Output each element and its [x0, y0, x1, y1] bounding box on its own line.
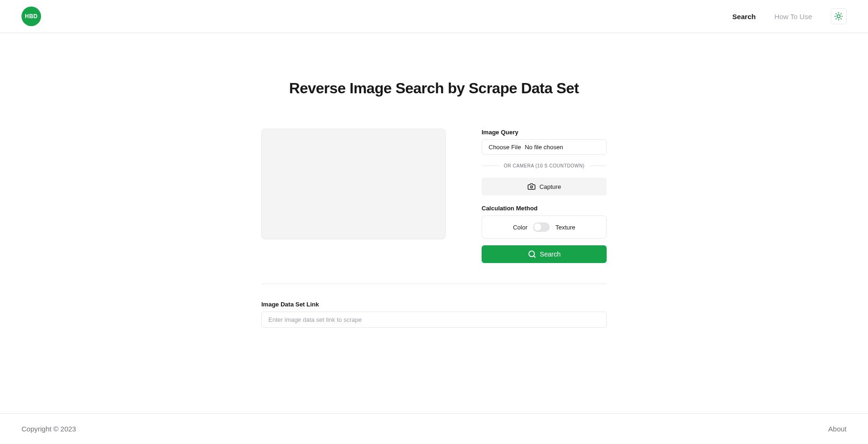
svg-point-1: [531, 186, 533, 188]
search-icon: [528, 250, 536, 258]
toggle-label-color: Color: [513, 224, 527, 231]
search-button-label: Search: [540, 250, 560, 258]
toggle-label-texture: Texture: [555, 224, 575, 231]
dataset-link-label: Image Data Set Link: [261, 301, 607, 308]
nav-how-to-use[interactable]: How To Use: [774, 13, 812, 21]
nav: Search How To Use: [732, 8, 847, 24]
divider-line: [482, 166, 499, 166]
capture-button[interactable]: Capture: [482, 178, 607, 195]
page-title: Reverse Image Search by Scrape Data Set: [261, 80, 607, 97]
main: Reverse Image Search by Scrape Data Set …: [0, 33, 868, 413]
horizontal-divider: [261, 284, 607, 284]
calculation-method-toggle-box: Color Texture: [482, 215, 607, 239]
logo-text: HBD: [25, 13, 38, 20]
logo[interactable]: HBD: [21, 7, 41, 26]
camera-icon: [527, 182, 536, 191]
footer: Copyright © 2023 About: [0, 413, 868, 444]
svg-point-0: [837, 15, 840, 18]
calc-method-label: Calculation Method: [482, 205, 607, 212]
search-button[interactable]: Search: [482, 245, 607, 263]
header: HBD Search How To Use: [0, 0, 868, 33]
copyright-text: Copyright © 2023: [21, 425, 76, 433]
switch-thumb: [534, 223, 541, 231]
theme-toggle-button[interactable]: [831, 8, 847, 24]
camera-divider-text: OR CAMERA (10 S COUNTDOWN): [504, 163, 585, 168]
nav-search[interactable]: Search: [732, 13, 756, 21]
about-link[interactable]: About: [828, 425, 847, 433]
choose-file-label: Choose File: [489, 144, 521, 151]
divider-line: [589, 166, 607, 166]
method-switch[interactable]: [533, 222, 550, 232]
dataset-link-input[interactable]: [261, 312, 607, 328]
camera-divider: OR CAMERA (10 S COUNTDOWN): [482, 163, 607, 168]
no-file-chosen-label: No file chosen: [525, 144, 563, 151]
capture-label: Capture: [539, 183, 561, 190]
image-query-label: Image Query: [482, 129, 607, 136]
sun-icon: [834, 12, 843, 21]
file-input[interactable]: Choose File No file chosen: [482, 139, 607, 155]
image-preview: [261, 129, 446, 239]
